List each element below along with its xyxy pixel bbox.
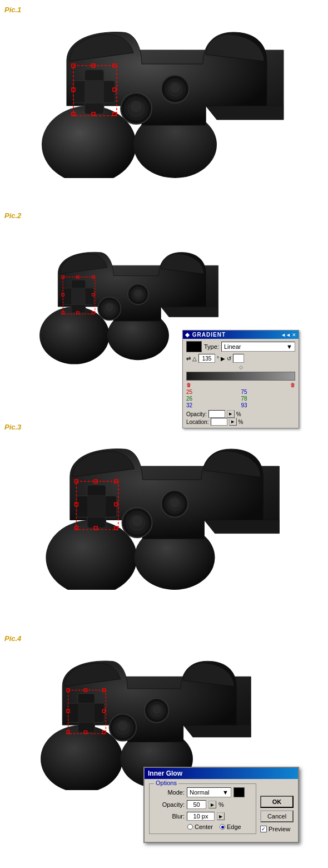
svg-marker-49	[204, 520, 279, 533]
location-scroll-btn[interactable]: ▶	[229, 418, 237, 426]
inner-glow-dialog: Inner Glow Options Mode: Normal ▼ Opacit…	[143, 767, 299, 843]
pic1-label: Pic.1	[4, 6, 21, 14]
expand-icon[interactable]: ◄◄	[281, 332, 291, 338]
type-label: Type:	[204, 343, 219, 350]
svg-rect-54	[87, 496, 106, 517]
gradient-titlebar: ◆ GRADIENT ◄◄ ✕	[183, 331, 299, 339]
svg-marker-1	[206, 106, 284, 120]
pic1-controller	[33, 17, 289, 180]
left-g: 26	[186, 396, 241, 402]
radio-edge-circle	[220, 824, 225, 830]
close-icon[interactable]: ✕	[292, 332, 296, 338]
dialog-titlebar: Inner Glow	[145, 768, 298, 779]
location-percent: %	[238, 419, 243, 425]
left-r: 25	[186, 389, 241, 395]
cancel-button[interactable]: Cancel	[260, 810, 294, 822]
dropdown-arrow: ▼	[286, 343, 292, 350]
svg-point-58	[132, 516, 142, 526]
svg-point-86	[152, 705, 161, 714]
gradient-diamond: ◇	[186, 364, 295, 370]
location-label: Location:	[186, 419, 209, 425]
dialog-buttons: OK Cancel ✓ Preview	[260, 796, 294, 832]
left-stop-icon[interactable]: 🗑	[186, 382, 191, 388]
gamepad-svg-1	[33, 17, 289, 178]
angle-value2	[233, 354, 244, 363]
pic3-label: Pic.3	[4, 423, 21, 431]
svg-point-34	[105, 303, 113, 312]
type-select[interactable]: Linear ▼	[221, 342, 295, 352]
degree-symbol: °	[217, 356, 219, 362]
right-r: 75	[241, 389, 296, 395]
angle-icon: △	[192, 356, 197, 362]
preview-checkbox-row: ✓ Preview	[260, 826, 294, 832]
svg-marker-73	[183, 725, 251, 737]
radio-center-circle	[187, 824, 193, 830]
svg-point-26	[39, 307, 110, 364]
gamepad-svg-3	[33, 434, 289, 590]
right-g: 78	[241, 396, 296, 402]
location-input[interactable]	[211, 418, 227, 426]
svg-point-74	[41, 725, 123, 790]
opacity-label: Opacity:	[186, 411, 207, 417]
right-b: 93	[241, 402, 296, 408]
pic4-label: Pic.4	[4, 634, 21, 643]
opacity-scroll[interactable]: ▶	[208, 801, 216, 808]
mode-select[interactable]: Normal ▼	[187, 787, 231, 797]
gradient-color-swatch[interactable]	[186, 341, 202, 352]
opacity-percent2: %	[218, 801, 224, 808]
dialog-title: Inner Glow	[148, 770, 182, 777]
svg-marker-25	[161, 307, 218, 317]
angle-arrow[interactable]: ▶	[221, 356, 225, 362]
ok-button[interactable]: OK	[260, 796, 294, 808]
right-stop-icon[interactable]: 🗑	[290, 382, 295, 388]
mode-dropdown-arrow: ▼	[222, 789, 228, 796]
gradient-bar[interactable]	[186, 372, 295, 381]
cycle-icon: ↺	[227, 356, 231, 362]
svg-rect-78	[78, 703, 95, 723]
pic3-controller	[33, 434, 289, 591]
blur-value[interactable]: 10 px	[187, 812, 215, 821]
reverse-icon[interactable]: ⇄	[186, 356, 191, 362]
opacity-scroll-btn[interactable]: ▶	[227, 410, 235, 418]
svg-rect-30	[71, 288, 86, 305]
options-label: Options	[154, 780, 178, 786]
options-group: Options Mode: Normal ▼ Opacity: 50 ▶ % B…	[149, 783, 256, 834]
svg-point-82	[118, 721, 127, 731]
preview-label: Preview	[269, 826, 290, 832]
svg-point-50	[46, 520, 137, 590]
svg-rect-6	[85, 81, 104, 103]
gradient-title-icons: ◄◄ ✕	[281, 332, 296, 338]
radio-center[interactable]: Center	[187, 823, 213, 830]
svg-point-62	[170, 498, 179, 507]
gradient-title: ◆ GRADIENT	[185, 332, 226, 338]
preview-checkbox[interactable]: ✓	[260, 826, 267, 832]
gradient-panel: ◆ GRADIENT ◄◄ ✕ Type: Linear ▼ ⇄ △ 135 °…	[182, 330, 299, 428]
pic2-label: Pic.2	[4, 211, 21, 220]
radio-edge[interactable]: Edge	[220, 823, 241, 830]
opacity-percent: %	[236, 411, 241, 417]
svg-point-2	[42, 106, 136, 178]
opacity-input[interactable]	[208, 410, 225, 418]
opacity-label2: Opacity:	[154, 801, 185, 808]
mode-color-swatch[interactable]	[233, 787, 245, 797]
svg-point-10	[131, 101, 142, 112]
angle-input[interactable]: 135	[198, 354, 215, 363]
svg-point-14	[170, 83, 180, 93]
mode-label: Mode:	[154, 789, 185, 796]
blur-label: Blur:	[154, 813, 185, 820]
blur-scroll[interactable]: ▶	[217, 812, 225, 820]
left-b: 32	[186, 402, 241, 408]
svg-point-38	[135, 290, 142, 297]
opacity-value[interactable]: 50	[187, 800, 206, 809]
